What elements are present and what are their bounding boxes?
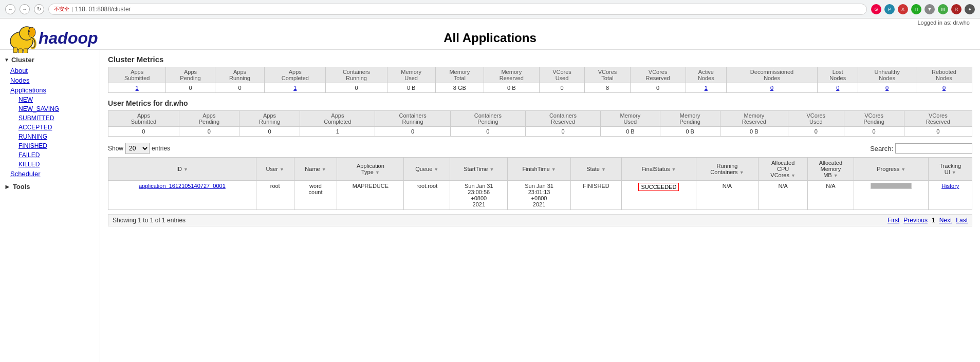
th-tracking-ui[interactable]: TrackingUI ▼ (929, 158, 972, 181)
sort-final-icon: ▼ (672, 167, 676, 172)
sidebar-item-about[interactable]: About (0, 66, 100, 75)
th-progress[interactable]: Progress ▼ (854, 158, 929, 181)
pagination-last[interactable]: Last (956, 217, 968, 224)
col-containers-running: ContainersRunning (326, 67, 387, 83)
forward-button[interactable]: → (20, 4, 30, 14)
th-finish-time[interactable]: FinishTime ▼ (508, 158, 570, 181)
ext-icon-4[interactable]: H (911, 4, 921, 14)
ucol-memory-used: MemoryUsed (601, 111, 660, 127)
entries-select[interactable]: 20 50 100 (125, 143, 150, 154)
sidebar-item-scheduler[interactable]: Scheduler (0, 169, 100, 179)
sidebar-cluster-toggle[interactable]: ▼ Cluster (0, 54, 100, 66)
ext-icon-5[interactable]: ▼ (924, 4, 935, 14)
search-input[interactable] (895, 143, 972, 154)
val-active-nodes: 1 (686, 83, 726, 93)
tracking-ui-link[interactable]: History (941, 183, 959, 189)
sidebar-item-failed[interactable]: FAILED (19, 150, 100, 160)
sidebar: ▼ Cluster About Nodes Applications NEW N… (0, 50, 100, 362)
th-allocated-memory[interactable]: AllocatedMemoryMB ▼ (807, 158, 854, 181)
cluster-metrics-title: Cluster Metrics (108, 55, 972, 64)
th-allocated-cpu[interactable]: AllocatedCPUVCores ▼ (759, 158, 807, 181)
sidebar-item-new[interactable]: NEW (19, 95, 100, 104)
col-apps-completed: AppsCompleted (265, 67, 326, 83)
sort-user-icon: ▼ (280, 167, 284, 172)
svg-point-3 (28, 30, 30, 32)
th-name[interactable]: Name ▼ (294, 158, 337, 181)
page-header: hadoop All Applications (0, 26, 980, 50)
unhealthy-nodes-link[interactable]: 0 (885, 85, 889, 91)
sidebar-cluster-label: Cluster (11, 56, 34, 64)
sidebar-item-finished[interactable]: FINISHED (19, 141, 100, 150)
cell-allocated-cpu: N/A (759, 181, 807, 210)
hadoop-logo-text: hadoop (39, 29, 98, 48)
ext-icon-6[interactable]: M (938, 4, 948, 14)
uval-containers-reserved: 0 (525, 127, 600, 137)
ext-icon-3[interactable]: X (898, 4, 908, 14)
val-apps-completed: 1 (265, 83, 326, 93)
user-metrics-title: User Metrics for dr.who (108, 99, 972, 107)
pagination-next[interactable]: Next (939, 217, 952, 224)
uval-vcores-reserved: 0 (904, 127, 972, 137)
url-text: 118. 01:8088/cluster (75, 6, 131, 13)
val-vcores-reserved: 0 (630, 83, 686, 93)
cell-allocated-memory: N/A (807, 181, 854, 210)
ucol-memory-pending: MemoryPending (660, 111, 720, 127)
ext-icon-1[interactable]: G (871, 4, 881, 14)
active-nodes-link[interactable]: 1 (705, 85, 708, 91)
sidebar-tools-toggle[interactable]: ► Tools (0, 181, 100, 193)
sidebar-item-new-saving[interactable]: NEW_SAVING (19, 104, 100, 113)
th-state[interactable]: State ▼ (570, 158, 622, 181)
apps-completed-link[interactable]: 1 (293, 85, 297, 91)
login-info-bar: Logged in as: dr.who (0, 18, 980, 26)
sidebar-item-killed[interactable]: KILLED (19, 160, 100, 169)
apps-submitted-link[interactable]: 1 (136, 85, 139, 91)
th-app-type[interactable]: ApplicationType ▼ (337, 158, 404, 181)
refresh-button[interactable]: ↻ (34, 4, 44, 14)
col-decommissioned-nodes: DecommissionedNodes (727, 67, 818, 83)
val-lost-nodes: 0 (818, 83, 858, 93)
sidebar-cluster-section: ▼ Cluster About Nodes Applications NEW N… (0, 54, 100, 179)
col-vcores-total: VCoresTotal (585, 67, 631, 83)
th-id[interactable]: ID ▼ (108, 158, 256, 181)
th-queue[interactable]: Queue ▼ (404, 158, 450, 181)
sidebar-item-nodes[interactable]: Nodes (0, 75, 100, 85)
th-user[interactable]: User ▼ (256, 158, 294, 181)
col-unhealthy-nodes: UnhealthyNodes (858, 67, 916, 83)
cell-tracking-ui: History (929, 181, 972, 210)
app-id-link[interactable]: application_1612105140727_0001 (139, 183, 226, 189)
page-title: All Applications (443, 31, 536, 45)
address-bar[interactable]: 不安全 | 118. 01:8088/cluster (48, 4, 867, 15)
sidebar-item-submitted[interactable]: SUBMITTED (19, 113, 100, 123)
rebooted-nodes-link[interactable]: 0 (942, 85, 946, 91)
val-memory-used: 0 B (387, 83, 435, 93)
th-final-status[interactable]: FinalStatus ▼ (622, 158, 696, 181)
sidebar-tools-label: Tools (13, 183, 30, 190)
pagination-previous[interactable]: Previous (903, 217, 928, 224)
cell-final-status: SUCCEEDED (622, 181, 696, 210)
showing-text: Showing 1 to 1 of 1 entries (113, 217, 186, 224)
svg-rect-5 (19, 49, 23, 53)
uval-apps-submitted: 0 (108, 127, 179, 137)
pagination-first[interactable]: First (887, 217, 899, 224)
uval-apps-completed: 1 (300, 127, 375, 137)
sort-queue-icon: ▼ (434, 167, 438, 172)
ext-icon-7[interactable]: R (951, 4, 961, 14)
sort-rc-icon: ▼ (739, 170, 744, 175)
entries-control: Show 20 50 100 entries Search: (108, 143, 972, 154)
sidebar-item-accepted[interactable]: ACCEPTED (19, 123, 100, 132)
cell-progress (854, 181, 929, 210)
cell-app-type: MAPREDUCE (337, 181, 404, 210)
cell-id: application_1612105140727_0001 (108, 181, 256, 210)
sidebar-item-applications[interactable]: Applications (0, 85, 100, 95)
back-button[interactable]: ← (5, 4, 15, 14)
val-vcores-total: 8 (585, 83, 631, 93)
th-running-containers[interactable]: RunningContainers ▼ (696, 158, 759, 181)
profile-icon[interactable]: ● (965, 4, 975, 14)
sidebar-item-running[interactable]: RUNNING (19, 132, 100, 141)
show-label: Show (108, 145, 123, 152)
lost-nodes-link[interactable]: 0 (836, 85, 839, 91)
decommissioned-link[interactable]: 0 (770, 85, 773, 91)
ucol-containers-running: ContainersRunning (375, 111, 450, 127)
th-start-time[interactable]: StartTime ▼ (450, 158, 508, 181)
ext-icon-2[interactable]: P (884, 4, 895, 14)
